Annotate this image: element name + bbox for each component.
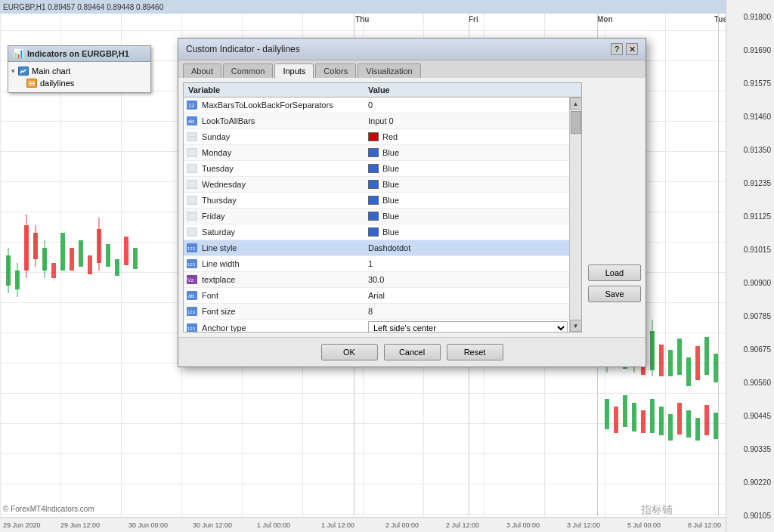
row-icon-7: [184, 212, 200, 221]
time-label-7: 2 Jul 12:00: [446, 521, 479, 529]
dailylines-icon: [26, 79, 37, 88]
dialog-titlebar: Custom Indicator - dailylines ? ✕: [178, 39, 646, 60]
tree-main-chart[interactable]: ▾ Main chart: [11, 65, 147, 77]
row-val-11: 30.0: [364, 274, 569, 286]
scrollbar-down-button[interactable]: ▼: [570, 320, 582, 332]
row-var-14: Anchor type: [200, 322, 364, 332]
chart-header: EURGBP,H1 0.89457 0.89464 0.89448 0.8946…: [0, 0, 726, 14]
table-row[interactable]: Wednesday Blue: [184, 177, 569, 193]
val-text-3: Blue: [382, 148, 399, 157]
table-row[interactable]: Monday Blue: [184, 145, 569, 161]
row-val-5: Blue: [364, 178, 569, 190]
watermark-left: © ForexMT4Indicators.com: [3, 505, 94, 513]
table-row[interactable]: ab LookToAllBars Input 0: [184, 113, 569, 129]
anchor-type-select[interactable]: Left side's center Right side's center T…: [368, 321, 568, 332]
svg-rect-43: [704, 337, 709, 375]
tree-dailylines-label: dailylines: [40, 79, 74, 88]
table-row[interactable]: 123 Line width 1: [184, 256, 569, 272]
svg-rect-75: [188, 198, 196, 203]
dialog-help-button[interactable]: ?: [611, 43, 623, 55]
price-axis: 0.91800 0.91690 0.91575 0.91460 0.91350 …: [726, 0, 774, 532]
table-row[interactable]: Sunday Red: [184, 129, 569, 145]
time-label-5: 1 Jul 12:00: [321, 521, 354, 529]
table-row[interactable]: Vz textplace 30.0: [184, 272, 569, 288]
row-var-6: Thursday: [200, 194, 364, 206]
svg-rect-40: [677, 339, 682, 375]
price-level-14: 0.90220: [744, 478, 771, 487]
table-row[interactable]: Saturday Blue: [184, 224, 569, 240]
ok-button[interactable]: OK: [321, 344, 378, 360]
main-chart-icon: [18, 66, 29, 76]
tab-about[interactable]: About: [183, 63, 221, 78]
table-data-rows: 12 MaxBarsToLookBackForSeparators 0 ab L…: [184, 97, 569, 332]
color-swatch-thursday: [368, 196, 379, 205]
table-row[interactable]: 12 MaxBarsToLookBackForSeparators 0: [184, 97, 569, 113]
row-icon-14: 123: [184, 323, 200, 332]
cancel-button[interactable]: Cancel: [384, 344, 441, 360]
load-button[interactable]: Load: [588, 264, 641, 281]
row-icon-11: Vz: [184, 275, 200, 284]
svg-rect-11: [60, 233, 65, 271]
save-button[interactable]: Save: [588, 286, 641, 302]
row-val-1: Input 0: [364, 115, 569, 127]
tab-inputs[interactable]: Inputs: [274, 63, 314, 79]
svg-rect-42: [695, 346, 700, 380]
svg-text:ab: ab: [188, 119, 194, 124]
dialog-content: Variable Value 12 MaxBarsToLookBackForSe…: [178, 78, 646, 337]
tree-dailylines[interactable]: dailylines: [26, 77, 147, 89]
scrollbar-thumb[interactable]: [571, 111, 581, 134]
row-val-3: Blue: [364, 147, 569, 159]
row-icon-2: [184, 132, 200, 141]
svg-rect-79: [188, 230, 196, 234]
row-icon-9: 123: [184, 243, 200, 252]
svg-rect-19: [124, 237, 128, 265]
svg-text:123: 123: [187, 310, 196, 314]
tab-visualization[interactable]: Visualization: [358, 63, 421, 78]
table-row-font[interactable]: ab Font Arial: [184, 288, 569, 304]
table-row-anchor[interactable]: 123 Anchor type Left side's center Right…: [184, 320, 569, 332]
watermark-right: 指标铺: [641, 503, 673, 517]
col-value-header: Value: [364, 85, 569, 94]
val-text-7: Blue: [382, 212, 399, 221]
val-text-8: Blue: [382, 227, 399, 237]
svg-rect-54: [686, 410, 691, 438]
price-level-9: 0.90785: [744, 312, 771, 320]
table-row-fontsize[interactable]: 123 Font size 8: [184, 304, 569, 320]
svg-rect-55: [695, 418, 700, 441]
table-row[interactable]: Friday Blue: [184, 209, 569, 224]
color-swatch-wednesday: [368, 180, 379, 189]
svg-rect-53: [677, 403, 682, 435]
tab-colors[interactable]: Colors: [315, 63, 356, 78]
table-row[interactable]: Tuesday Blue: [184, 161, 569, 177]
table-row-linestyle[interactable]: 123 Line style Dashdotdot: [184, 240, 569, 256]
row-icon-3: [184, 148, 200, 157]
row-icon-4: [184, 164, 200, 173]
svg-rect-13: [79, 240, 83, 267]
row-icon-1: ab: [184, 116, 200, 125]
svg-rect-49: [641, 410, 646, 433]
row-val-2: Red: [364, 131, 569, 143]
svg-rect-59: [29, 83, 35, 84]
dialog-close-button[interactable]: ✕: [626, 43, 638, 55]
svg-rect-39: [668, 350, 673, 376]
svg-rect-12: [70, 248, 74, 271]
row-icon-5: [184, 180, 200, 189]
table-row[interactable]: Thursday Blue: [184, 193, 569, 209]
row-var-1: LookToAllBars: [200, 115, 364, 127]
svg-text:12: 12: [188, 103, 194, 108]
svg-text:123: 123: [187, 246, 196, 251]
dialog-title: Custom Indicator - dailylines: [186, 44, 300, 54]
svg-rect-38: [659, 345, 664, 376]
tab-common[interactable]: Common: [223, 63, 274, 78]
row-val-8: Blue: [364, 226, 569, 238]
reset-button[interactable]: Reset: [447, 344, 503, 360]
svg-text:123: 123: [187, 326, 196, 331]
row-var-7: Friday: [200, 210, 364, 222]
svg-rect-17: [106, 244, 110, 267]
color-swatch-sunday: [368, 132, 379, 141]
scrollbar-up-button[interactable]: ▲: [570, 97, 582, 110]
time-label-4: 1 Jul 00:00: [257, 521, 290, 529]
svg-rect-77: [188, 214, 196, 218]
row-var-5: Wednesday: [200, 178, 364, 190]
dialog-footer: OK Cancel Reset: [178, 337, 646, 367]
